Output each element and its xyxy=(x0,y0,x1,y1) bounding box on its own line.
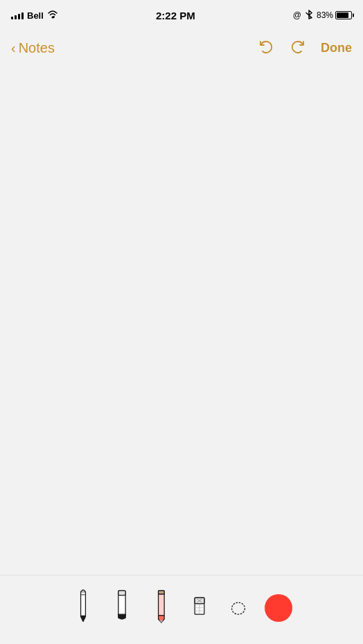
battery-fill xyxy=(337,12,348,18)
lasso-tool[interactable] xyxy=(226,579,251,627)
carrier-label: Bell xyxy=(27,10,44,21)
signal-bar-2 xyxy=(15,15,17,19)
back-label: Notes xyxy=(19,40,55,56)
eraser-tool[interactable] xyxy=(187,579,212,627)
svg-point-0 xyxy=(51,17,53,19)
signal-bars xyxy=(11,11,24,19)
redo-button[interactable] xyxy=(289,39,307,57)
nav-bar: ‹ Notes Done xyxy=(0,30,363,65)
signal-bar-1 xyxy=(11,17,13,19)
record-circle[interactable] xyxy=(265,594,292,622)
signal-bar-4 xyxy=(21,12,24,19)
svg-rect-3 xyxy=(118,590,125,595)
status-left: Bell xyxy=(11,10,58,21)
svg-rect-5 xyxy=(159,590,165,593)
back-chevron-icon: ‹ xyxy=(11,40,16,56)
back-button[interactable]: ‹ Notes xyxy=(11,40,55,56)
status-right: @ 83% xyxy=(293,10,352,21)
done-button[interactable]: Done xyxy=(321,41,352,55)
nav-actions: Done xyxy=(257,39,352,57)
signal-bar-3 xyxy=(18,14,20,19)
at-icon: @ xyxy=(293,10,301,20)
pen-tool[interactable] xyxy=(71,579,96,627)
drawing-toolbar xyxy=(0,575,363,644)
time-display: 2:22 PM xyxy=(156,10,195,21)
undo-button[interactable] xyxy=(257,39,275,57)
marker-tool[interactable] xyxy=(109,579,134,627)
bluetooth-icon xyxy=(306,10,312,21)
status-bar: Bell 2:22 PM @ 83% xyxy=(0,0,363,30)
battery-percent: 83% xyxy=(317,10,333,20)
drawing-canvas[interactable] xyxy=(0,65,363,575)
pencil-tool[interactable] xyxy=(148,579,173,627)
battery-icon xyxy=(335,11,352,19)
wifi-icon xyxy=(47,10,58,21)
svg-point-14 xyxy=(232,602,245,614)
battery-indicator: 83% xyxy=(317,10,352,20)
record-button[interactable] xyxy=(265,579,292,627)
